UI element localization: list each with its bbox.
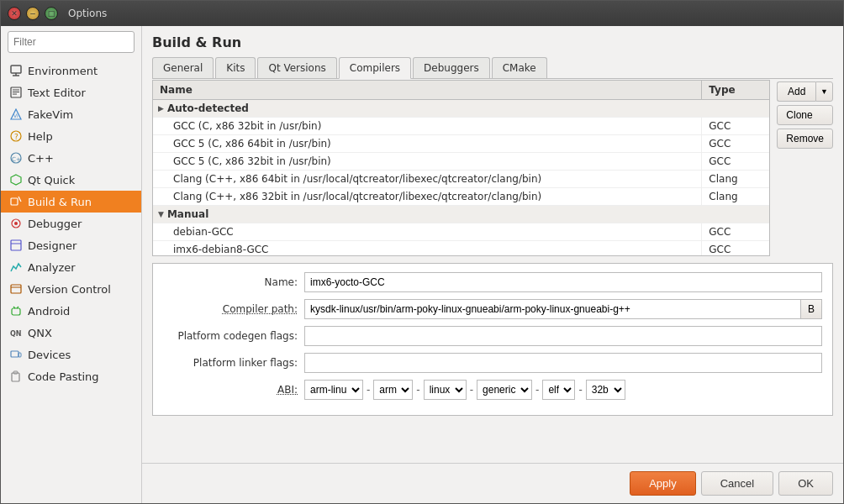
cancel-button[interactable]: Cancel — [701, 471, 773, 496]
sidebar-label-fakevim: FakeVim — [28, 108, 73, 121]
sidebar: Environment Text Editor Vi FakeVim — [1, 26, 142, 503]
sidebar-item-fakevim[interactable]: Vi FakeVim — [1, 103, 141, 125]
name-row: Name: — [163, 272, 822, 292]
tab-cmake[interactable]: CMake — [492, 57, 547, 78]
compiler-name: Clang (C++, x86 64bit in /usr/local/qtcr… — [153, 171, 702, 187]
svg-rect-27 — [18, 353, 21, 357]
sidebar-item-android[interactable]: Android — [1, 300, 141, 322]
remove-button[interactable]: Remove — [777, 129, 833, 149]
collapse-icon: ▼ — [158, 210, 164, 218]
add-button-group: Add ▼ — [777, 81, 833, 102]
compiler-name: Clang (C++, x86 32bit in /usr/local/qtcr… — [153, 188, 702, 205]
table-row[interactable]: GCC 5 (C, x86 64bit in /usr/bin) GCC — [153, 135, 769, 153]
sidebar-label-version-control: Version Control — [28, 283, 111, 296]
table-header: Name Type — [153, 81, 769, 100]
platform-codegen-row: Platform codegen flags: — [163, 326, 822, 346]
table-row[interactable]: debian-GCC GCC — [153, 223, 769, 241]
close-button[interactable]: ✕ — [8, 7, 21, 20]
table-row[interactable]: GCC 5 (C, x86 32bit in /usr/bin) GCC — [153, 153, 769, 171]
sidebar-item-build-run[interactable]: Build & Run — [1, 191, 141, 213]
abi-select-format[interactable]: elf — [542, 380, 575, 400]
table-row[interactable]: GCC (C, x86 32bit in /usr/bin) GCC — [153, 118, 769, 135]
manual-section-header: ▼ Manual — [153, 206, 769, 223]
svg-rect-0 — [11, 66, 21, 73]
qt-icon — [9, 173, 23, 186]
abi-select-os[interactable]: linux — [424, 380, 467, 400]
sidebar-item-cpp[interactable]: C++ C++ — [1, 147, 141, 169]
version-icon — [9, 282, 23, 296]
sidebar-label-debugger: Debugger — [28, 218, 82, 230]
add-dropdown-arrow[interactable]: ▼ — [815, 81, 833, 102]
filter-box — [8, 31, 135, 53]
compiler-type: GCC — [702, 118, 769, 134]
detail-section: Name: Compiler path: B Platform codegen … — [152, 263, 833, 416]
sidebar-label-analyzer: Analyzer — [28, 261, 76, 274]
col-header-name: Name — [153, 81, 702, 99]
compiler-path-input[interactable] — [304, 299, 800, 319]
maximize-button[interactable]: □ — [45, 7, 58, 20]
design-icon — [9, 239, 23, 252]
compiler-name: GCC 5 (C, x86 32bit in /usr/bin) — [153, 153, 702, 170]
ok-button[interactable]: OK — [778, 471, 833, 496]
filter-input[interactable] — [8, 31, 135, 53]
name-label: Name: — [163, 276, 298, 288]
abi-sep-1: - — [367, 384, 370, 396]
compiler-path-row: Compiler path: B — [163, 299, 822, 319]
sidebar-label-qt-quick: Qt Quick — [28, 174, 75, 186]
manual-section-label: Manual — [167, 208, 208, 220]
abi-select-width[interactable]: 32b — [586, 380, 625, 400]
sidebar-item-version-control[interactable]: Version Control — [1, 278, 141, 300]
abi-select-arch[interactable]: arm-linu — [304, 380, 363, 400]
svg-rect-14 — [11, 198, 18, 205]
window-title: Options — [68, 8, 836, 19]
table-row[interactable]: Clang (C++, x86 64bit in /usr/local/qtcr… — [153, 171, 769, 188]
compiler-type: Clang — [702, 171, 769, 187]
compiler-action-buttons: Add ▼ Clone Remove — [777, 80, 833, 256]
monitor-icon — [9, 64, 23, 77]
table-row[interactable]: Clang (C++, x86 32bit in /usr/local/qtcr… — [153, 188, 769, 206]
tab-kits[interactable]: Kits — [215, 57, 256, 78]
platform-codegen-label: Platform codegen flags: — [163, 330, 298, 342]
sidebar-item-debugger[interactable]: Debugger — [1, 213, 141, 234]
tab-compilers[interactable]: Compilers — [339, 57, 411, 79]
tab-qt-versions[interactable]: Qt Versions — [257, 57, 336, 78]
sidebar-item-qnx[interactable]: QNX QNX — [1, 322, 141, 344]
abi-select-osflavor[interactable]: generic — [477, 380, 532, 400]
abi-select-sub[interactable]: arm — [373, 380, 413, 400]
compiler-name: GCC 5 (C, x86 64bit in /usr/bin) — [153, 135, 702, 152]
svg-rect-18 — [11, 240, 21, 250]
sidebar-item-analyzer[interactable]: Analyzer — [1, 256, 141, 278]
browse-button[interactable]: B — [800, 299, 822, 319]
auto-section-header: ▶ Auto-detected — [153, 100, 769, 118]
compiler-type: GCC — [702, 223, 769, 240]
compiler-type: GCC — [702, 135, 769, 152]
sidebar-label-text-editor: Text Editor — [28, 87, 86, 99]
sidebar-item-code-pasting[interactable]: Code Pasting — [1, 365, 141, 387]
add-button[interactable]: Add — [777, 81, 815, 102]
platform-linker-input[interactable] — [304, 353, 822, 373]
platform-linker-row: Platform linker flags: — [163, 353, 822, 373]
platform-codegen-input[interactable] — [304, 326, 822, 346]
sidebar-list: Environment Text Editor Vi FakeVim — [1, 58, 141, 503]
tab-general[interactable]: General — [152, 57, 214, 78]
sidebar-item-designer[interactable]: Designer — [1, 234, 141, 256]
main-panel: Build & Run General Kits Qt Versions Com… — [142, 26, 843, 463]
sidebar-item-devices[interactable]: Devices — [1, 344, 141, 365]
paste-icon — [9, 370, 23, 383]
apply-button[interactable]: Apply — [630, 471, 696, 496]
sidebar-label-qnx: QNX — [28, 327, 52, 339]
sidebar-item-qt-quick[interactable]: Qt Quick — [1, 169, 141, 191]
clone-button[interactable]: Clone — [777, 105, 833, 125]
sidebar-label-cpp: C++ — [28, 152, 54, 165]
table-row[interactable]: imx6-debian8-GCC GCC — [153, 241, 769, 256]
sidebar-item-environment[interactable]: Environment — [1, 60, 141, 81]
abi-row: ABI: arm-linu - arm - linux — [163, 380, 822, 400]
sidebar-item-text-editor[interactable]: Text Editor — [1, 81, 141, 103]
tab-debuggers[interactable]: Debuggers — [413, 57, 490, 78]
name-input[interactable] — [304, 272, 822, 292]
sidebar-item-help[interactable]: ? Help — [1, 125, 141, 147]
sidebar-label-designer: Designer — [28, 239, 76, 252]
sidebar-label-environment: Environment — [28, 65, 98, 77]
qnx-icon: QNX — [9, 326, 23, 339]
minimize-button[interactable]: − — [26, 7, 40, 20]
